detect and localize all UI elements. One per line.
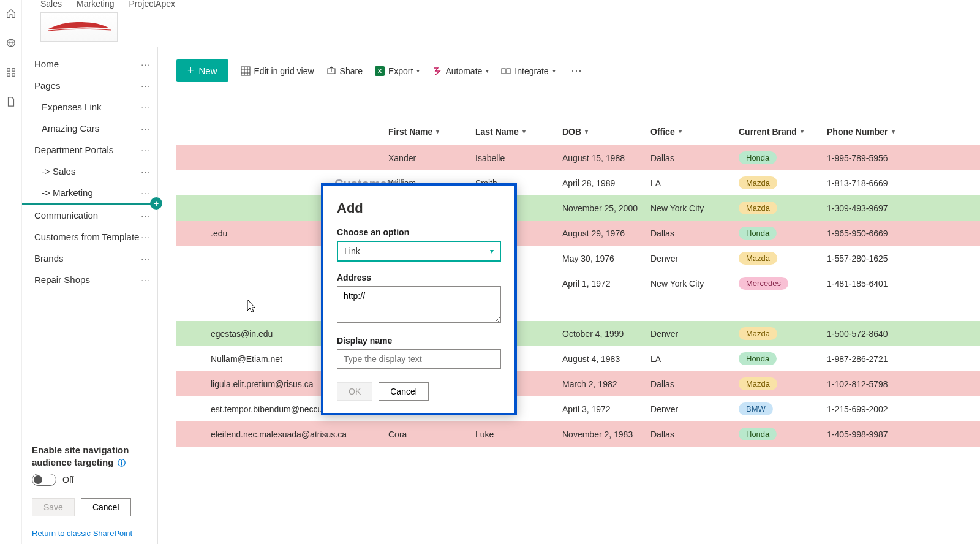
more-icon[interactable]: ··· xyxy=(141,232,150,242)
more-icon[interactable]: ··· xyxy=(141,275,150,285)
cell-office: Dallas xyxy=(650,429,739,439)
automate-button[interactable]: Automate ▾ xyxy=(432,66,489,76)
home-icon[interactable] xyxy=(5,7,17,20)
col-brand[interactable]: Current Brand▾ xyxy=(739,127,827,137)
sidebar-item-repair-shops[interactable]: Repair Shops··· xyxy=(32,269,153,290)
table-row[interactable]: egestas@in.eduLinusNelleOctober 4, 1999D… xyxy=(176,321,980,346)
more-icon[interactable]: ··· xyxy=(141,59,150,69)
col-first-name[interactable]: First Name▾ xyxy=(388,127,475,137)
cell-brand: Honda xyxy=(739,428,827,440)
table-row[interactable]: .eduPriceSmithAugust 29, 1976DallasHonda… xyxy=(176,221,980,246)
more-icon[interactable]: ··· xyxy=(141,124,150,134)
share-button[interactable]: Share xyxy=(326,66,363,76)
table-row[interactable] xyxy=(176,296,980,321)
more-icon[interactable]: ··· xyxy=(141,211,150,221)
cell-office: Denver xyxy=(650,329,739,339)
cell-dob: April 3, 1972 xyxy=(562,404,650,414)
more-icon[interactable]: ··· xyxy=(141,81,150,91)
sidebar: Home···Pages···Expenses Link···Amazing C… xyxy=(22,47,158,544)
table-row[interactable]: JasonZeleniaApril 1, 1972New York CityMe… xyxy=(176,271,980,296)
more-icon[interactable]: ··· xyxy=(141,167,150,176)
brand-pill: Honda xyxy=(739,352,777,365)
cell-phone: 1-995-789-5956 xyxy=(827,153,974,163)
new-button[interactable]: + New xyxy=(176,59,228,82)
cell-phone: 1-405-998-9987 xyxy=(827,429,974,439)
choose-option-select[interactable]: Link ▾ xyxy=(337,241,501,262)
more-actions-button[interactable]: ··· xyxy=(568,64,586,77)
cell-dob: August 4, 1983 xyxy=(562,354,650,364)
display-name-input[interactable] xyxy=(337,349,501,369)
chevron-down-icon: ▾ xyxy=(585,128,588,135)
sidebar-item--marketing[interactable]: -> Marketing··· xyxy=(32,182,153,203)
sidebar-item-amazing-cars[interactable]: Amazing Cars··· xyxy=(32,118,153,139)
cell-last-name: Luke xyxy=(475,429,562,439)
site-logo[interactable] xyxy=(40,12,118,42)
table-row[interactable]: Nullam@Etiam.netChandaGiacomoAugust 4, 1… xyxy=(176,346,980,371)
col-office[interactable]: Office▾ xyxy=(650,127,739,137)
hub-link-marketing[interactable]: Marketing xyxy=(77,0,114,10)
cell-last-name: Isabelle xyxy=(475,153,562,163)
edit-grid-view-button[interactable]: Edit in grid view xyxy=(241,66,314,76)
cell-office: Denver xyxy=(650,254,739,263)
data-grid: First Name▾ Last Name▾ DOB▾ Office▾ Curr… xyxy=(176,118,980,447)
globe-icon[interactable] xyxy=(5,37,17,49)
modal-cancel-button[interactable]: Cancel xyxy=(379,382,429,401)
cell-brand: Honda xyxy=(739,352,827,365)
display-name-label: Display name xyxy=(337,336,501,346)
info-icon[interactable]: ⓘ xyxy=(118,458,126,467)
save-button: Save xyxy=(32,498,75,516)
table-row[interactable]: XanderIsabelleAugust 15, 1988DallasHonda… xyxy=(176,145,980,170)
sidebar-item-pages[interactable]: Pages··· xyxy=(32,75,153,96)
col-last-name[interactable]: Last Name▾ xyxy=(475,127,562,137)
export-button[interactable]: X Export ▾ xyxy=(375,66,420,76)
more-icon[interactable]: ··· xyxy=(141,188,150,198)
ok-button: OK xyxy=(337,382,372,401)
address-input[interactable] xyxy=(337,286,501,323)
hub-bar: Sales Marketing ProjectApex xyxy=(22,0,980,10)
chevron-down-icon: ▾ xyxy=(892,128,895,135)
table-row[interactable]: est.tempor.bibendum@neccursusa.comPaloma… xyxy=(176,396,980,421)
sidebar-insert-divider[interactable]: + xyxy=(22,203,157,205)
hub-link-sales[interactable]: Sales xyxy=(40,0,62,10)
svg-rect-5 xyxy=(241,67,250,75)
hub-link-projectapex[interactable]: ProjectApex xyxy=(129,0,175,10)
cancel-button[interactable]: Cancel xyxy=(81,498,131,516)
table-row[interactable]: WilliamSmithApril 28, 1989LAMazda1-813-7… xyxy=(176,170,980,195)
cell-brand: Mazda xyxy=(739,327,827,340)
sidebar-item-communication[interactable]: Communication··· xyxy=(32,205,153,226)
cell-first-name: Xander xyxy=(388,153,475,163)
cell-phone: 1-500-572-8640 xyxy=(827,329,974,339)
sidebar-item-expenses-link[interactable]: Expenses Link··· xyxy=(32,96,153,118)
grid-header: First Name▾ Last Name▾ DOB▾ Office▾ Curr… xyxy=(176,118,980,145)
sidebar-item-customers-from-template[interactable]: Customers from Template··· xyxy=(32,226,153,247)
table-row[interactable]: eleifend.nec.malesuada@atrisus.caCoraLuk… xyxy=(176,421,980,447)
table-row[interactable]: ligula.elit.pretium@risus.caHectorCailin… xyxy=(176,371,980,396)
brand-pill: Mercedes xyxy=(739,277,788,290)
apps-icon[interactable] xyxy=(5,66,17,78)
sidebar-item-home[interactable]: Home··· xyxy=(32,53,153,75)
integrate-button[interactable]: Integrate ▾ xyxy=(501,66,555,76)
col-phone[interactable]: Phone Number▾ xyxy=(827,127,974,137)
more-icon[interactable]: ··· xyxy=(141,145,150,155)
modal-title: Add xyxy=(337,200,501,216)
sidebar-item-department-portals[interactable]: Department Portals··· xyxy=(32,139,153,161)
table-row[interactable]: CoraSmithNovember 25, 2000New York CityM… xyxy=(176,195,980,221)
table-row[interactable]: JenniferSmithMay 30, 1976DenverMazda1-55… xyxy=(176,246,980,271)
file-icon[interactable] xyxy=(5,96,17,108)
audience-toggle[interactable] xyxy=(32,474,56,486)
cell-brand: Mazda xyxy=(739,377,827,390)
more-icon[interactable]: ··· xyxy=(141,254,150,263)
sidebar-item-brands[interactable]: Brands··· xyxy=(32,247,153,269)
svg-rect-3 xyxy=(7,74,10,77)
col-dob[interactable]: DOB▾ xyxy=(562,127,650,137)
chevron-down-icon: ▾ xyxy=(490,247,494,255)
more-icon[interactable]: ··· xyxy=(141,102,150,112)
return-classic-link[interactable]: Return to classic SharePoint xyxy=(32,523,153,538)
svg-rect-4 xyxy=(12,74,15,77)
sidebar-item--sales[interactable]: -> Sales··· xyxy=(32,161,153,182)
chevron-down-icon: ▾ xyxy=(522,128,526,135)
excel-icon: X xyxy=(375,66,385,76)
cell-brand: BMW xyxy=(739,402,827,415)
cell-phone: 1-987-286-2721 xyxy=(827,354,974,364)
brand-pill: Mazda xyxy=(739,377,777,390)
